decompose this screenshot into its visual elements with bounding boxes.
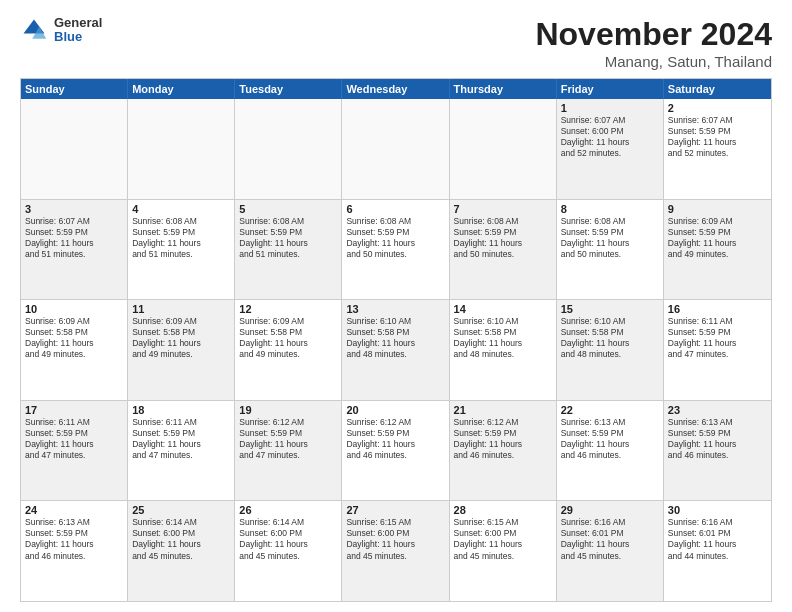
cal-cell-r0-c1 <box>128 99 235 199</box>
title-location: Manang, Satun, Thailand <box>535 53 772 70</box>
day-num-r4-c3: 27 <box>346 504 444 516</box>
day-num-r4-c1: 25 <box>132 504 230 516</box>
weekday-sunday: Sunday <box>21 79 128 99</box>
day-info-r4-c2: Sunrise: 6:14 AM Sunset: 6:00 PM Dayligh… <box>239 517 337 561</box>
cal-cell-r4-c1: 25Sunrise: 6:14 AM Sunset: 6:00 PM Dayli… <box>128 501 235 601</box>
day-num-r2-c6: 16 <box>668 303 767 315</box>
day-info-r3-c2: Sunrise: 6:12 AM Sunset: 5:59 PM Dayligh… <box>239 417 337 461</box>
cal-cell-r1-c5: 8Sunrise: 6:08 AM Sunset: 5:59 PM Daylig… <box>557 200 664 300</box>
day-info-r1-c1: Sunrise: 6:08 AM Sunset: 5:59 PM Dayligh… <box>132 216 230 260</box>
day-info-r2-c4: Sunrise: 6:10 AM Sunset: 5:58 PM Dayligh… <box>454 316 552 360</box>
calendar: Sunday Monday Tuesday Wednesday Thursday… <box>20 78 772 602</box>
day-num-r3-c6: 23 <box>668 404 767 416</box>
day-info-r4-c0: Sunrise: 6:13 AM Sunset: 5:59 PM Dayligh… <box>25 517 123 561</box>
weekday-thursday: Thursday <box>450 79 557 99</box>
day-num-r2-c4: 14 <box>454 303 552 315</box>
day-info-r2-c2: Sunrise: 6:09 AM Sunset: 5:58 PM Dayligh… <box>239 316 337 360</box>
cal-cell-r3-c0: 17Sunrise: 6:11 AM Sunset: 5:59 PM Dayli… <box>21 401 128 501</box>
cal-cell-r0-c4 <box>450 99 557 199</box>
day-info-r1-c6: Sunrise: 6:09 AM Sunset: 5:59 PM Dayligh… <box>668 216 767 260</box>
cal-cell-r4-c4: 28Sunrise: 6:15 AM Sunset: 6:00 PM Dayli… <box>450 501 557 601</box>
day-info-r1-c2: Sunrise: 6:08 AM Sunset: 5:59 PM Dayligh… <box>239 216 337 260</box>
day-info-r2-c3: Sunrise: 6:10 AM Sunset: 5:58 PM Dayligh… <box>346 316 444 360</box>
day-info-r0-c5: Sunrise: 6:07 AM Sunset: 6:00 PM Dayligh… <box>561 115 659 159</box>
cal-cell-r3-c4: 21Sunrise: 6:12 AM Sunset: 5:59 PM Dayli… <box>450 401 557 501</box>
day-info-r4-c3: Sunrise: 6:15 AM Sunset: 6:00 PM Dayligh… <box>346 517 444 561</box>
cal-cell-r3-c3: 20Sunrise: 6:12 AM Sunset: 5:59 PM Dayli… <box>342 401 449 501</box>
day-num-r1-c5: 8 <box>561 203 659 215</box>
day-info-r2-c6: Sunrise: 6:11 AM Sunset: 5:59 PM Dayligh… <box>668 316 767 360</box>
day-num-r1-c0: 3 <box>25 203 123 215</box>
cal-cell-r0-c3 <box>342 99 449 199</box>
cal-cell-r1-c6: 9Sunrise: 6:09 AM Sunset: 5:59 PM Daylig… <box>664 200 771 300</box>
day-num-r1-c1: 4 <box>132 203 230 215</box>
cal-row-2: 10Sunrise: 6:09 AM Sunset: 5:58 PM Dayli… <box>21 299 771 400</box>
day-info-r3-c6: Sunrise: 6:13 AM Sunset: 5:59 PM Dayligh… <box>668 417 767 461</box>
cal-cell-r3-c5: 22Sunrise: 6:13 AM Sunset: 5:59 PM Dayli… <box>557 401 664 501</box>
cal-cell-r0-c0 <box>21 99 128 199</box>
day-num-r4-c5: 29 <box>561 504 659 516</box>
day-info-r1-c4: Sunrise: 6:08 AM Sunset: 5:59 PM Dayligh… <box>454 216 552 260</box>
day-info-r3-c3: Sunrise: 6:12 AM Sunset: 5:59 PM Dayligh… <box>346 417 444 461</box>
logo-text: General Blue <box>54 16 102 45</box>
day-info-r3-c4: Sunrise: 6:12 AM Sunset: 5:59 PM Dayligh… <box>454 417 552 461</box>
weekday-friday: Friday <box>557 79 664 99</box>
cal-cell-r2-c4: 14Sunrise: 6:10 AM Sunset: 5:58 PM Dayli… <box>450 300 557 400</box>
day-num-r4-c4: 28 <box>454 504 552 516</box>
cal-row-3: 17Sunrise: 6:11 AM Sunset: 5:59 PM Dayli… <box>21 400 771 501</box>
day-info-r3-c1: Sunrise: 6:11 AM Sunset: 5:59 PM Dayligh… <box>132 417 230 461</box>
cal-cell-r2-c5: 15Sunrise: 6:10 AM Sunset: 5:58 PM Dayli… <box>557 300 664 400</box>
day-num-r2-c1: 11 <box>132 303 230 315</box>
day-info-r2-c1: Sunrise: 6:09 AM Sunset: 5:58 PM Dayligh… <box>132 316 230 360</box>
cal-cell-r2-c1: 11Sunrise: 6:09 AM Sunset: 5:58 PM Dayli… <box>128 300 235 400</box>
day-num-r4-c0: 24 <box>25 504 123 516</box>
day-info-r4-c4: Sunrise: 6:15 AM Sunset: 6:00 PM Dayligh… <box>454 517 552 561</box>
cal-cell-r0-c6: 2Sunrise: 6:07 AM Sunset: 5:59 PM Daylig… <box>664 99 771 199</box>
cal-cell-r2-c2: 12Sunrise: 6:09 AM Sunset: 5:58 PM Dayli… <box>235 300 342 400</box>
cal-cell-r1-c4: 7Sunrise: 6:08 AM Sunset: 5:59 PM Daylig… <box>450 200 557 300</box>
day-info-r2-c5: Sunrise: 6:10 AM Sunset: 5:58 PM Dayligh… <box>561 316 659 360</box>
calendar-header: Sunday Monday Tuesday Wednesday Thursday… <box>21 79 771 99</box>
day-num-r3-c3: 20 <box>346 404 444 416</box>
logo-general-text: General <box>54 16 102 30</box>
cal-cell-r1-c3: 6Sunrise: 6:08 AM Sunset: 5:59 PM Daylig… <box>342 200 449 300</box>
day-num-r0-c6: 2 <box>668 102 767 114</box>
day-num-r0-c5: 1 <box>561 102 659 114</box>
day-info-r3-c5: Sunrise: 6:13 AM Sunset: 5:59 PM Dayligh… <box>561 417 659 461</box>
day-num-r4-c6: 30 <box>668 504 767 516</box>
cal-row-0: 1Sunrise: 6:07 AM Sunset: 6:00 PM Daylig… <box>21 99 771 199</box>
day-info-r3-c0: Sunrise: 6:11 AM Sunset: 5:59 PM Dayligh… <box>25 417 123 461</box>
day-num-r3-c4: 21 <box>454 404 552 416</box>
day-num-r1-c4: 7 <box>454 203 552 215</box>
day-info-r4-c1: Sunrise: 6:14 AM Sunset: 6:00 PM Dayligh… <box>132 517 230 561</box>
cal-cell-r4-c0: 24Sunrise: 6:13 AM Sunset: 5:59 PM Dayli… <box>21 501 128 601</box>
cal-cell-r2-c3: 13Sunrise: 6:10 AM Sunset: 5:58 PM Dayli… <box>342 300 449 400</box>
day-info-r1-c3: Sunrise: 6:08 AM Sunset: 5:59 PM Dayligh… <box>346 216 444 260</box>
day-num-r3-c0: 17 <box>25 404 123 416</box>
day-num-r2-c5: 15 <box>561 303 659 315</box>
cal-row-1: 3Sunrise: 6:07 AM Sunset: 5:59 PM Daylig… <box>21 199 771 300</box>
logo-blue-text: Blue <box>54 30 102 44</box>
cal-cell-r1-c1: 4Sunrise: 6:08 AM Sunset: 5:59 PM Daylig… <box>128 200 235 300</box>
weekday-tuesday: Tuesday <box>235 79 342 99</box>
cal-cell-r3-c1: 18Sunrise: 6:11 AM Sunset: 5:59 PM Dayli… <box>128 401 235 501</box>
day-info-r2-c0: Sunrise: 6:09 AM Sunset: 5:58 PM Dayligh… <box>25 316 123 360</box>
day-info-r4-c5: Sunrise: 6:16 AM Sunset: 6:01 PM Dayligh… <box>561 517 659 561</box>
cal-row-4: 24Sunrise: 6:13 AM Sunset: 5:59 PM Dayli… <box>21 500 771 601</box>
weekday-saturday: Saturday <box>664 79 771 99</box>
day-info-r0-c6: Sunrise: 6:07 AM Sunset: 5:59 PM Dayligh… <box>668 115 767 159</box>
day-num-r2-c3: 13 <box>346 303 444 315</box>
cal-cell-r4-c5: 29Sunrise: 6:16 AM Sunset: 6:01 PM Dayli… <box>557 501 664 601</box>
title-month: November 2024 <box>535 16 772 53</box>
weekday-wednesday: Wednesday <box>342 79 449 99</box>
cal-cell-r2-c0: 10Sunrise: 6:09 AM Sunset: 5:58 PM Dayli… <box>21 300 128 400</box>
day-num-r1-c6: 9 <box>668 203 767 215</box>
cal-cell-r1-c2: 5Sunrise: 6:08 AM Sunset: 5:59 PM Daylig… <box>235 200 342 300</box>
title-block: November 2024 Manang, Satun, Thailand <box>535 16 772 70</box>
cal-cell-r3-c2: 19Sunrise: 6:12 AM Sunset: 5:59 PM Dayli… <box>235 401 342 501</box>
calendar-body: 1Sunrise: 6:07 AM Sunset: 6:00 PM Daylig… <box>21 99 771 601</box>
logo: General Blue <box>20 16 102 45</box>
day-num-r1-c3: 6 <box>346 203 444 215</box>
cal-cell-r0-c2 <box>235 99 342 199</box>
day-num-r1-c2: 5 <box>239 203 337 215</box>
